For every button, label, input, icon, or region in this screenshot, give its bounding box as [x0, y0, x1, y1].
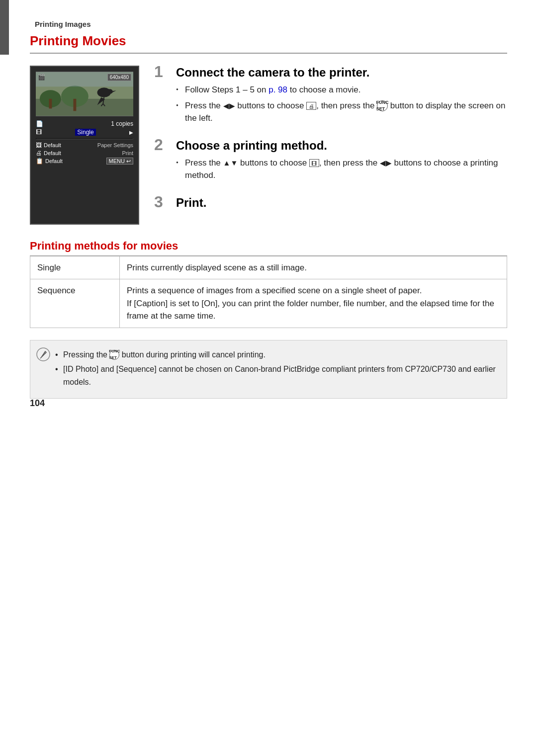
default2-sub: Print	[63, 150, 133, 156]
step-1-content: Connect the camera to the printer. Follo…	[176, 66, 507, 128]
step-3: 3 Print.	[154, 196, 507, 214]
step-2-content: Choose a printing method. Press the ▲▼ b…	[176, 139, 507, 185]
step-1-link[interactable]: p. 98	[268, 85, 287, 94]
default-item-2: 🖨 Default Print	[36, 150, 133, 157]
method-sequence: Sequence	[30, 279, 120, 328]
step-1-bullet-2: Press the ◀▶ buttons to choose 🖨, then p…	[176, 99, 507, 125]
left-accent-bar	[0, 0, 9, 55]
page-wrapper: Printing Images Printing Movies	[0, 0, 537, 428]
default1-icon: 🖼	[36, 142, 42, 149]
step-2-bullets: Press the ▲▼ buttons to choose 🎞, then p…	[176, 157, 507, 182]
note-item-1: Pressing the FUNCSET button during print…	[55, 348, 498, 361]
page-number: 104	[30, 398, 45, 409]
resolution-badge: 640x480	[107, 74, 131, 81]
default2-label: Default	[44, 150, 61, 156]
instructions: 1 Connect the camera to the printer. Fol…	[154, 66, 507, 225]
single-icon: 🎞	[36, 129, 42, 136]
copies-value: 1 copies	[111, 120, 133, 127]
single-value: Single	[75, 129, 95, 136]
table-row-sequence: Sequence Prints a sequence of images fro…	[30, 279, 507, 328]
step-1: 1 Connect the camera to the printer. Fol…	[154, 66, 507, 128]
note-item-2: [ID Photo] and [Sequence] cannot be chos…	[55, 363, 498, 388]
default1-label: Default	[44, 142, 61, 148]
step-1-number: 1	[154, 64, 168, 80]
func-icon: FUNCSET	[377, 100, 388, 111]
step-2-bullet-1: Press the ▲▼ buttons to choose 🎞, then p…	[176, 157, 507, 182]
method-single: Single	[30, 256, 120, 279]
step-3-heading: Print.	[176, 196, 206, 210]
methods-table: Single Prints currently displayed scene …	[30, 256, 507, 328]
ud-arrow-icon: ▲▼	[223, 159, 238, 167]
copies-icon: 📄	[36, 120, 43, 127]
breadcrumb: Printing Images	[30, 20, 507, 28]
movie-icon: 🎬	[38, 74, 45, 81]
photo-area: 640x480 🎬	[36, 72, 133, 116]
step-2-number: 2	[154, 137, 168, 153]
svg-rect-3	[49, 99, 52, 109]
section-title: Printing Movies	[30, 33, 507, 54]
step-1-heading: Connect the camera to the printer.	[176, 66, 507, 80]
single-row: 🎞 Single ▶	[36, 129, 133, 136]
default1-sub: Paper Settings	[63, 142, 133, 148]
copies-row: 📄 1 copies	[36, 120, 133, 127]
table-row-single: Single Prints currently displayed scene …	[30, 256, 507, 279]
menu-btn: MENU ↩	[65, 158, 133, 165]
note-pencil-icon	[36, 347, 50, 361]
step-1-bullet-1: Follow Steps 1 – 5 on p. 98 to choose a …	[176, 84, 507, 96]
default-item-1: 🖼 Default Paper Settings	[36, 142, 133, 149]
camera-screen: 640x480 🎬 📄 1 copies 🎞 Single ▶ 🖼	[30, 66, 139, 225]
svg-point-7	[107, 89, 113, 94]
print-icon: 🖨	[306, 102, 316, 110]
default3-label: Default	[45, 158, 63, 164]
default-item-3: 📋 Default MENU ↩	[36, 158, 133, 165]
step-3-number: 3	[154, 194, 168, 210]
lr-arrow-icon: ◀▶	[223, 101, 235, 110]
step-1-bullets: Follow Steps 1 – 5 on p. 98 to choose a …	[176, 84, 507, 125]
svg-rect-5	[73, 99, 76, 111]
step-3-content: Print.	[176, 196, 206, 214]
description-sequence: Prints a sequence of images from a speci…	[120, 279, 507, 328]
note-list: Pressing the FUNCSET button during print…	[55, 348, 498, 389]
note-box: Pressing the FUNCSET button during print…	[30, 340, 507, 399]
step-2-heading: Choose a printing method.	[176, 139, 507, 153]
note-func-icon: FUNCSET	[109, 350, 119, 360]
main-content: 640x480 🎬 📄 1 copies 🎞 Single ▶ 🖼	[30, 66, 507, 225]
default2-icon: 🖨	[36, 150, 42, 157]
lr-arrow-icon-2: ◀▶	[380, 159, 392, 167]
default3-icon: 📋	[36, 158, 43, 165]
step-2: 2 Choose a printing method. Press the ▲▼…	[154, 139, 507, 185]
film-icon: 🎞	[309, 159, 319, 167]
subsection-title: Printing methods for movies	[30, 240, 507, 256]
arrow-right-icon: ▶	[129, 130, 133, 135]
description-single: Prints currently displayed scene as a st…	[120, 256, 507, 279]
